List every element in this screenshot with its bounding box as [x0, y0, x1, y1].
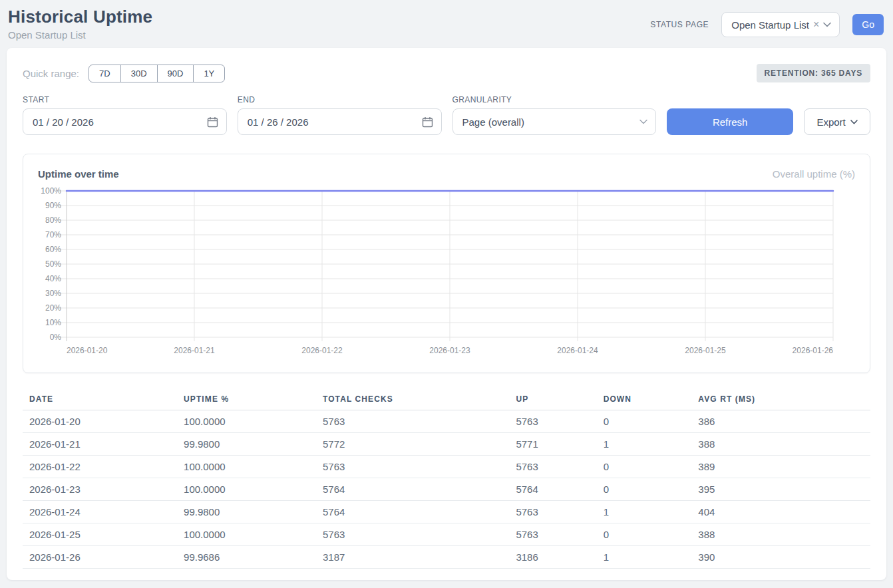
quick-range-buttons: 7D 30D 90D 1Y [89, 65, 225, 82]
table-cell: 2026-01-21 [23, 433, 184, 456]
table-cell: 5772 [323, 433, 516, 456]
column-header-date: DATE [23, 389, 184, 410]
granularity-select[interactable]: Page (overall) [452, 108, 657, 135]
column-header-total-checks: TOTAL CHECKS [323, 389, 516, 410]
chevron-down-icon [823, 22, 831, 27]
table-cell: 100.0000 [184, 456, 323, 478]
quick-range-90d-button[interactable]: 90D [157, 65, 194, 82]
table-cell: 3186 [516, 546, 603, 569]
y-tick-label: 20% [45, 303, 61, 313]
table-cell: 5763 [516, 501, 603, 523]
table-cell: 386 [698, 410, 870, 433]
table-cell: 1 [604, 501, 699, 523]
table-row: 2026-01-2499.9800576457631404 [23, 501, 870, 523]
granularity-label: GRANULARITY [452, 95, 657, 104]
go-button[interactable]: Go [852, 14, 884, 35]
y-tick-label: 70% [45, 230, 61, 239]
chart-title: Uptime over time [38, 168, 119, 180]
y-tick-label: 100% [41, 186, 61, 196]
table-cell: 0 [604, 410, 699, 433]
y-tick-label: 0% [50, 333, 62, 342]
table-cell: 5764 [516, 478, 603, 501]
x-tick-label: 2026-01-22 [301, 346, 343, 355]
quick-range-30d-button[interactable]: 30D [120, 65, 158, 82]
clear-icon[interactable]: × [813, 19, 819, 30]
table-row: 2026-01-22100.0000576357630389 [23, 456, 870, 478]
calendar-icon[interactable] [422, 116, 433, 128]
main-panel: Quick range: 7D 30D 90D 1Y RETENTION: 36… [7, 48, 886, 580]
table-cell: 389 [698, 456, 870, 478]
table-cell: 5763 [516, 410, 603, 433]
y-tick-label: 30% [45, 289, 61, 298]
filter-row: START 01 / 20 / 2026 END 01 / 26 / 2026 … [23, 95, 870, 135]
y-tick-label: 80% [45, 216, 61, 225]
start-date-label: START [23, 95, 227, 104]
y-tick-label: 90% [45, 201, 61, 210]
y-tick-label: 10% [45, 318, 61, 327]
quick-range-7d-button[interactable]: 7D [89, 65, 121, 82]
x-tick-label: 2026-01-26 [793, 346, 834, 355]
table-cell: 100.0000 [184, 478, 323, 501]
chevron-down-icon [639, 119, 647, 124]
uptime-chart-card: Uptime over time Overall uptime (%) 0%10… [23, 154, 870, 373]
x-tick-label: 2026-01-25 [685, 346, 726, 355]
table-cell: 3187 [323, 546, 516, 569]
uptime-line-chart: 0%10%20%30%40%50%60%70%80%90%100%2026-01… [38, 186, 855, 358]
status-page-select[interactable]: Open Startup List × [721, 12, 840, 37]
table-cell: 99.9686 [184, 546, 323, 569]
table-row: 2026-01-23100.0000576457640395 [23, 478, 870, 501]
start-date-input[interactable]: 01 / 20 / 2026 [23, 108, 227, 135]
uptime-table: DATE UPTIME % TOTAL CHECKS UP DOWN AVG R… [23, 389, 870, 569]
start-date-field: START 01 / 20 / 2026 [23, 95, 227, 135]
table-cell: 0 [604, 456, 699, 478]
x-tick-label: 2026-01-24 [557, 346, 598, 355]
table-cell: 5771 [516, 433, 603, 456]
uptime-table-body: 2026-01-20100.00005763576303862026-01-21… [23, 410, 870, 569]
table-cell: 1 [604, 546, 699, 569]
granularity-field: GRANULARITY Page (overall) [452, 95, 657, 135]
table-cell: 5764 [323, 478, 516, 501]
table-cell: 2026-01-22 [23, 456, 184, 478]
table-cell: 100.0000 [184, 410, 323, 433]
table-cell: 5764 [323, 501, 516, 523]
quick-range-1y-button[interactable]: 1Y [193, 65, 225, 82]
page-subtitle: Open Startup List [8, 29, 152, 41]
table-cell: 395 [698, 478, 870, 501]
start-date-value: 01 / 20 / 2026 [33, 116, 94, 128]
table-cell: 100.0000 [184, 523, 323, 546]
table-cell: 2026-01-26 [23, 546, 184, 569]
x-tick-label: 2026-01-21 [174, 346, 215, 355]
column-header-uptime: UPTIME % [184, 389, 323, 410]
retention-badge: RETENTION: 365 DAYS [757, 64, 870, 82]
top-header: Historical Uptime Open Startup List STAT… [0, 0, 893, 48]
end-date-label: END [238, 95, 442, 104]
table-cell: 404 [698, 501, 870, 523]
refresh-button[interactable]: Refresh [667, 108, 793, 135]
end-date-value: 01 / 26 / 2026 [248, 116, 309, 128]
table-cell: 390 [698, 546, 870, 569]
table-cell: 2026-01-23 [23, 478, 184, 501]
table-cell: 0 [604, 478, 699, 501]
table-cell: 5763 [516, 456, 603, 478]
table-row: 2026-01-2199.9800577257711388 [23, 433, 870, 456]
status-page-label: STATUS PAGE [650, 20, 709, 29]
granularity-selected-value: Page (overall) [462, 116, 524, 128]
column-header-down: DOWN [604, 389, 699, 410]
page-title: Historical Uptime [8, 7, 152, 27]
table-cell: 99.9800 [184, 433, 323, 456]
x-tick-label: 2026-01-20 [67, 346, 108, 355]
chevron-down-icon [850, 120, 858, 124]
table-row: 2026-01-20100.0000576357630386 [23, 410, 870, 433]
table-cell: 0 [604, 523, 699, 546]
export-button[interactable]: Export [804, 108, 870, 135]
table-row: 2026-01-25100.0000576357630388 [23, 523, 870, 546]
end-date-field: END 01 / 26 / 2026 [238, 95, 442, 135]
calendar-icon[interactable] [207, 116, 218, 128]
title-block: Historical Uptime Open Startup List [8, 7, 152, 41]
end-date-input[interactable]: 01 / 26 / 2026 [238, 108, 442, 135]
table-cell: 5763 [323, 523, 516, 546]
table-cell: 5763 [516, 523, 603, 546]
x-tick-label: 2026-01-23 [429, 346, 470, 355]
table-cell: 2026-01-25 [23, 523, 184, 546]
table-row: 2026-01-2699.9686318731861390 [23, 546, 870, 569]
